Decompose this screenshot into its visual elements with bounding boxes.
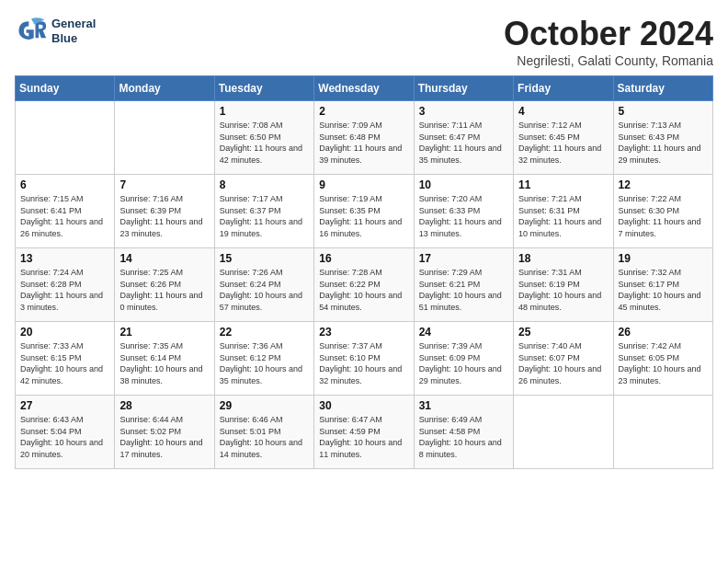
day-info: Sunrise: 7:11 AMSunset: 6:47 PMDaylight:… <box>419 120 508 166</box>
weekday-header: Saturday <box>613 76 712 101</box>
day-info: Sunrise: 6:47 AMSunset: 4:59 PMDaylight:… <box>319 414 408 460</box>
calendar-cell: 14Sunrise: 7:25 AMSunset: 6:26 PMDayligh… <box>115 248 214 322</box>
day-number: 13 <box>20 252 109 265</box>
calendar-week-row: 6Sunrise: 7:15 AMSunset: 6:41 PMDaylight… <box>16 175 713 248</box>
day-number: 23 <box>319 326 408 339</box>
day-number: 20 <box>20 326 109 339</box>
day-number: 4 <box>518 105 608 118</box>
day-info: Sunrise: 6:44 AMSunset: 5:02 PMDaylight:… <box>119 414 209 460</box>
calendar-cell: 18Sunrise: 7:31 AMSunset: 6:19 PMDayligh… <box>514 248 613 322</box>
day-number: 31 <box>419 399 508 412</box>
day-number: 15 <box>220 252 309 265</box>
calendar-cell: 12Sunrise: 7:22 AMSunset: 6:30 PMDayligh… <box>613 175 712 248</box>
weekday-header: Sunday <box>16 76 115 101</box>
logo-text: General Blue <box>51 17 96 45</box>
day-number: 18 <box>518 252 608 265</box>
day-info: Sunrise: 6:49 AMSunset: 4:58 PMDaylight:… <box>419 414 508 460</box>
day-info: Sunrise: 7:33 AMSunset: 6:15 PMDaylight:… <box>20 340 109 386</box>
day-number: 29 <box>220 399 309 412</box>
weekday-header: Thursday <box>414 76 513 101</box>
month-title: October 2024 <box>504 15 713 53</box>
calendar-cell: 2Sunrise: 7:09 AMSunset: 6:48 PMDaylight… <box>314 101 414 175</box>
calendar-cell: 15Sunrise: 7:26 AMSunset: 6:24 PMDayligh… <box>214 248 313 322</box>
day-info: Sunrise: 7:21 AMSunset: 6:31 PMDaylight:… <box>518 193 608 239</box>
calendar-cell <box>613 396 712 469</box>
day-info: Sunrise: 7:37 AMSunset: 6:10 PMDaylight:… <box>319 340 408 386</box>
calendar-cell: 16Sunrise: 7:28 AMSunset: 6:22 PMDayligh… <box>314 248 414 322</box>
calendar-cell: 8Sunrise: 7:17 AMSunset: 6:37 PMDaylight… <box>214 175 313 248</box>
calendar-cell <box>115 101 214 175</box>
day-info: Sunrise: 7:20 AMSunset: 6:33 PMDaylight:… <box>419 193 508 239</box>
logo: General Blue <box>15 15 96 48</box>
day-number: 22 <box>220 326 309 339</box>
weekday-header: Monday <box>115 76 214 101</box>
day-info: Sunrise: 7:31 AMSunset: 6:19 PMDaylight:… <box>518 267 608 313</box>
calendar-cell: 3Sunrise: 7:11 AMSunset: 6:47 PMDaylight… <box>414 101 513 175</box>
calendar-week-row: 1Sunrise: 7:08 AMSunset: 6:50 PMDaylight… <box>16 101 713 175</box>
day-number: 28 <box>119 399 209 412</box>
page-header: General Blue October 2024 Negrilesti, Ga… <box>15 15 713 68</box>
calendar-cell: 5Sunrise: 7:13 AMSunset: 6:43 PMDaylight… <box>613 101 712 175</box>
day-info: Sunrise: 7:28 AMSunset: 6:22 PMDaylight:… <box>319 267 408 313</box>
calendar-cell <box>514 396 613 469</box>
calendar-cell: 19Sunrise: 7:32 AMSunset: 6:17 PMDayligh… <box>613 248 712 322</box>
day-number: 7 <box>119 178 209 191</box>
calendar-cell: 1Sunrise: 7:08 AMSunset: 6:50 PMDaylight… <box>214 101 313 175</box>
calendar-cell: 21Sunrise: 7:35 AMSunset: 6:14 PMDayligh… <box>115 322 214 396</box>
title-block: October 2024 Negrilesti, Galati County, … <box>504 15 713 68</box>
day-info: Sunrise: 7:39 AMSunset: 6:09 PMDaylight:… <box>419 340 508 386</box>
day-number: 11 <box>518 178 608 191</box>
day-info: Sunrise: 7:19 AMSunset: 6:35 PMDaylight:… <box>319 193 408 239</box>
day-info: Sunrise: 7:08 AMSunset: 6:50 PMDaylight:… <box>220 120 309 166</box>
calendar-cell: 17Sunrise: 7:29 AMSunset: 6:21 PMDayligh… <box>414 248 513 322</box>
day-info: Sunrise: 7:25 AMSunset: 6:26 PMDaylight:… <box>119 267 209 313</box>
calendar-cell: 11Sunrise: 7:21 AMSunset: 6:31 PMDayligh… <box>514 175 613 248</box>
day-info: Sunrise: 7:40 AMSunset: 6:07 PMDaylight:… <box>518 340 608 386</box>
day-info: Sunrise: 7:15 AMSunset: 6:41 PMDaylight:… <box>20 193 109 239</box>
calendar-cell: 31Sunrise: 6:49 AMSunset: 4:58 PMDayligh… <box>414 396 513 469</box>
day-info: Sunrise: 7:42 AMSunset: 6:05 PMDaylight:… <box>619 340 708 386</box>
calendar-week-row: 27Sunrise: 6:43 AMSunset: 5:04 PMDayligh… <box>16 396 713 469</box>
day-info: Sunrise: 7:16 AMSunset: 6:39 PMDaylight:… <box>119 193 209 239</box>
day-number: 21 <box>119 326 209 339</box>
day-number: 12 <box>619 178 708 191</box>
day-number: 3 <box>419 105 508 118</box>
calendar-table: SundayMondayTuesdayWednesdayThursdayFrid… <box>15 75 713 469</box>
day-info: Sunrise: 6:46 AMSunset: 5:01 PMDaylight:… <box>220 414 309 460</box>
location: Negrilesti, Galati County, Romania <box>504 53 713 68</box>
day-number: 26 <box>619 326 708 339</box>
weekday-header-row: SundayMondayTuesdayWednesdayThursdayFrid… <box>16 76 713 101</box>
day-info: Sunrise: 7:36 AMSunset: 6:12 PMDaylight:… <box>220 340 309 386</box>
day-number: 8 <box>220 178 309 191</box>
day-number: 30 <box>319 399 408 412</box>
calendar-cell: 22Sunrise: 7:36 AMSunset: 6:12 PMDayligh… <box>214 322 313 396</box>
day-number: 19 <box>619 252 708 265</box>
calendar-cell: 20Sunrise: 7:33 AMSunset: 6:15 PMDayligh… <box>16 322 115 396</box>
weekday-header: Friday <box>514 76 613 101</box>
day-number: 2 <box>319 105 408 118</box>
calendar-cell <box>16 101 115 175</box>
calendar-cell: 30Sunrise: 6:47 AMSunset: 4:59 PMDayligh… <box>314 396 414 469</box>
calendar-cell: 6Sunrise: 7:15 AMSunset: 6:41 PMDaylight… <box>16 175 115 248</box>
day-info: Sunrise: 7:32 AMSunset: 6:17 PMDaylight:… <box>619 267 708 313</box>
day-number: 27 <box>20 399 109 412</box>
day-number: 10 <box>419 178 508 191</box>
calendar-cell: 27Sunrise: 6:43 AMSunset: 5:04 PMDayligh… <box>16 396 115 469</box>
calendar-cell: 9Sunrise: 7:19 AMSunset: 6:35 PMDaylight… <box>314 175 414 248</box>
day-number: 6 <box>20 178 109 191</box>
day-number: 14 <box>119 252 209 265</box>
day-info: Sunrise: 7:17 AMSunset: 6:37 PMDaylight:… <box>220 193 309 239</box>
day-info: Sunrise: 7:13 AMSunset: 6:43 PMDaylight:… <box>619 120 708 166</box>
day-number: 9 <box>319 178 408 191</box>
day-info: Sunrise: 6:43 AMSunset: 5:04 PMDaylight:… <box>20 414 109 460</box>
day-info: Sunrise: 7:12 AMSunset: 6:45 PMDaylight:… <box>518 120 608 166</box>
calendar-week-row: 20Sunrise: 7:33 AMSunset: 6:15 PMDayligh… <box>16 322 713 396</box>
day-number: 17 <box>419 252 508 265</box>
calendar-cell: 25Sunrise: 7:40 AMSunset: 6:07 PMDayligh… <box>514 322 613 396</box>
day-number: 24 <box>419 326 508 339</box>
day-info: Sunrise: 7:09 AMSunset: 6:48 PMDaylight:… <box>319 120 408 166</box>
calendar-week-row: 13Sunrise: 7:24 AMSunset: 6:28 PMDayligh… <box>16 248 713 322</box>
weekday-header: Wednesday <box>314 76 414 101</box>
calendar-cell: 23Sunrise: 7:37 AMSunset: 6:10 PMDayligh… <box>314 322 414 396</box>
calendar-cell: 28Sunrise: 6:44 AMSunset: 5:02 PMDayligh… <box>115 396 214 469</box>
